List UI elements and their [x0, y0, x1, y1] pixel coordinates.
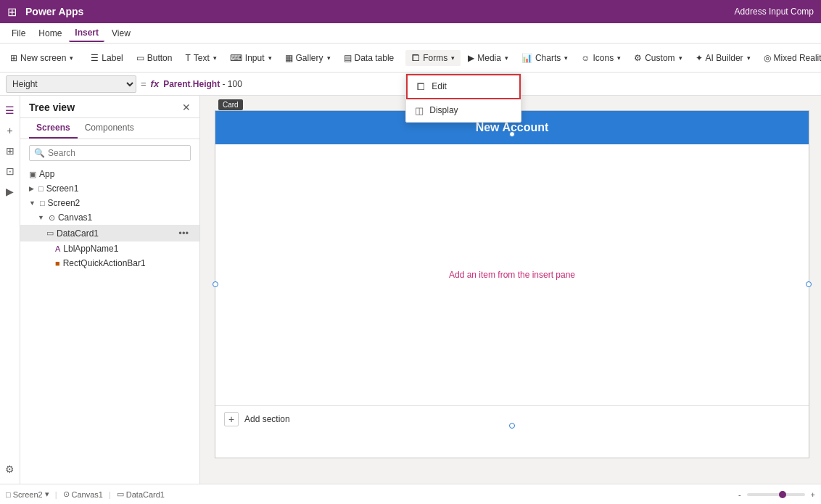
status-bar: □ Screen2 ▾ | ⊙ Canvas1 | ▭ DataCard1 - …: [0, 484, 821, 504]
menu-insert[interactable]: Insert: [69, 25, 104, 42]
sidebar-treeview-icon[interactable]: ☰: [1, 102, 19, 119]
formula-field-select[interactable]: Height: [6, 75, 136, 93]
address-bar-label: Address Input Comp: [735, 7, 814, 17]
tree-item-rectquickactionbar1[interactable]: ■ RectQuickActionBar1: [20, 256, 199, 270]
ai-builder-arrow: ▾: [747, 54, 751, 62]
tree-item-datacard1[interactable]: ▭ DataCard1 •••: [20, 225, 199, 241]
sel-handle-top[interactable]: [509, 131, 515, 137]
form-body: Add an item from the insert pane: [215, 144, 809, 405]
mixed-reality-button[interactable]: ◎ Mixed Reality ▾: [758, 50, 821, 66]
data-table-icon: ▤: [344, 53, 352, 63]
new-screen-icon: ⊞: [10, 53, 17, 63]
search-icon: 🔍: [34, 148, 45, 158]
canvas1-status-icon: ⊙: [63, 489, 70, 499]
charts-button[interactable]: 📊 Charts ▾: [516, 50, 574, 66]
tree-item-label: Screen2: [48, 198, 81, 208]
forms-dropdown: ⧠ Edit ◫ Display: [405, 73, 521, 123]
tree-close-button[interactable]: ✕: [182, 102, 191, 113]
grid-icon[interactable]: ⊞: [7, 5, 17, 19]
forms-display-item[interactable]: ◫ Display: [406, 99, 521, 122]
ai-builder-icon: ✦: [696, 53, 703, 63]
button-icon: ▭: [136, 53, 144, 63]
gallery-label: Gallery: [296, 53, 323, 63]
charts-arrow: ▾: [564, 54, 568, 62]
sidebar-media-icon[interactable]: ▶: [1, 183, 19, 200]
edit-form-icon: ⧠: [416, 81, 426, 92]
zoom-minus-button[interactable]: -: [738, 490, 741, 499]
forms-edit-item[interactable]: ⧠ Edit: [406, 74, 521, 99]
label-label: Label: [102, 53, 123, 63]
input-button[interactable]: ⌨ Input ▾: [224, 50, 278, 66]
media-icon: ▶: [468, 53, 474, 63]
new-screen-label: New screen: [20, 53, 66, 63]
tree-item-label: RectQuickActionBar1: [63, 258, 146, 268]
custom-button[interactable]: ⚙ Custom ▾: [628, 50, 688, 66]
sidebar-insert-icon[interactable]: +: [1, 122, 19, 139]
status-datacard1[interactable]: ▭ DataCard1: [117, 489, 165, 499]
datacard1-status-icon: ▭: [117, 489, 124, 499]
tree-panel-header: Tree view ✕: [20, 96, 199, 118]
canvas1-icon: ⊙: [49, 213, 55, 223]
menu-home[interactable]: Home: [33, 25, 67, 42]
menu-file[interactable]: File: [6, 25, 31, 42]
text-icon: T: [185, 53, 190, 63]
label-button[interactable]: ☰ Label: [85, 50, 128, 66]
sel-handle-bottom[interactable]: [509, 423, 515, 429]
menu-view[interactable]: View: [106, 25, 136, 42]
button-label: Button: [147, 53, 173, 63]
screen1-icon: □: [38, 184, 44, 193]
tree-tab-screens[interactable]: Screens: [29, 118, 78, 139]
canvas-area[interactable]: Card New Account Add an item from the in…: [200, 96, 821, 484]
toolbar: ⊞ New screen ▾ ☰ Label ▭ Button T Text ▾…: [0, 44, 821, 73]
tree-item-canvas1[interactable]: ▼ ⊙ Canvas1: [20, 210, 199, 225]
status-datacard1-label: DataCard1: [126, 490, 165, 499]
new-screen-button[interactable]: ⊞ New screen ▾: [4, 50, 79, 66]
charts-label: Charts: [535, 53, 561, 63]
tree-item-label: Screen1: [46, 183, 79, 194]
tree-item-screen1[interactable]: ▶ □ Screen1: [20, 181, 199, 196]
status-canvas1[interactable]: ⊙ Canvas1: [63, 489, 103, 499]
zoom-slider-thumb: [779, 491, 786, 498]
status-screen2[interactable]: □ Screen2 ▾: [6, 489, 49, 499]
charts-icon: 📊: [521, 53, 532, 63]
icons-button[interactable]: ☺ Icons ▾: [575, 50, 627, 66]
tree-item-label: Canvas1: [58, 212, 92, 223]
sidebar-data-icon[interactable]: ⊞: [1, 142, 19, 160]
datacard1-icon: ▭: [46, 228, 54, 238]
forms-button[interactable]: ⧠ Forms ▾ ⧠ Edit ◫ Display: [405, 50, 461, 66]
rect-icon: ■: [55, 259, 60, 268]
canvas1-expand-icon: ▼: [38, 214, 44, 221]
tree-item-lblappname1[interactable]: A LblAppName1: [20, 241, 199, 256]
tree-panel: Tree view ✕ Screens Components 🔍 ▣ App ▶…: [20, 96, 200, 484]
formula-equals: =: [141, 78, 147, 89]
mixed-reality-icon: ◎: [764, 53, 771, 63]
media-button[interactable]: ▶ Media ▾: [462, 50, 514, 66]
tree-tab-components[interactable]: Components: [78, 118, 141, 139]
card-badge: Card: [218, 99, 243, 110]
sidebar-variables-icon[interactable]: ⊡: [1, 162, 19, 180]
zoom-plus-button[interactable]: +: [811, 490, 815, 499]
data-table-button[interactable]: ▤ Data table: [338, 50, 400, 66]
gallery-button[interactable]: ▦ Gallery ▾: [279, 50, 337, 66]
label-icon: ☰: [91, 53, 99, 63]
ai-builder-button[interactable]: ✦ AI Builder ▾: [690, 50, 756, 66]
forms-label: Forms: [423, 53, 447, 63]
form-canvas[interactable]: Card New Account Add an item from the in…: [215, 110, 809, 458]
forms-edit-label: Edit: [432, 81, 447, 91]
data-table-label: Data table: [355, 53, 395, 63]
text-button[interactable]: T Text ▾: [179, 50, 222, 66]
input-label: Input: [245, 53, 265, 63]
search-input[interactable]: [48, 148, 186, 158]
button-button[interactable]: ▭ Button: [131, 50, 178, 66]
tree-item-app[interactable]: ▣ App: [20, 167, 199, 181]
sidebar-advanced-icon[interactable]: ⚙: [1, 460, 19, 478]
forms-arrow: ▾: [451, 54, 455, 62]
zoom-slider[interactable]: [747, 493, 805, 496]
canvas-inner: Card New Account Add an item from the in…: [215, 110, 806, 458]
input-arrow: ▾: [268, 54, 272, 62]
app-name: Power Apps: [25, 6, 83, 17]
gallery-arrow: ▾: [327, 54, 331, 62]
datacard1-more-button[interactable]: •••: [176, 227, 191, 239]
tree-item-screen2[interactable]: ▼ □ Screen2: [20, 196, 199, 210]
icons-arrow: ▾: [617, 54, 621, 62]
